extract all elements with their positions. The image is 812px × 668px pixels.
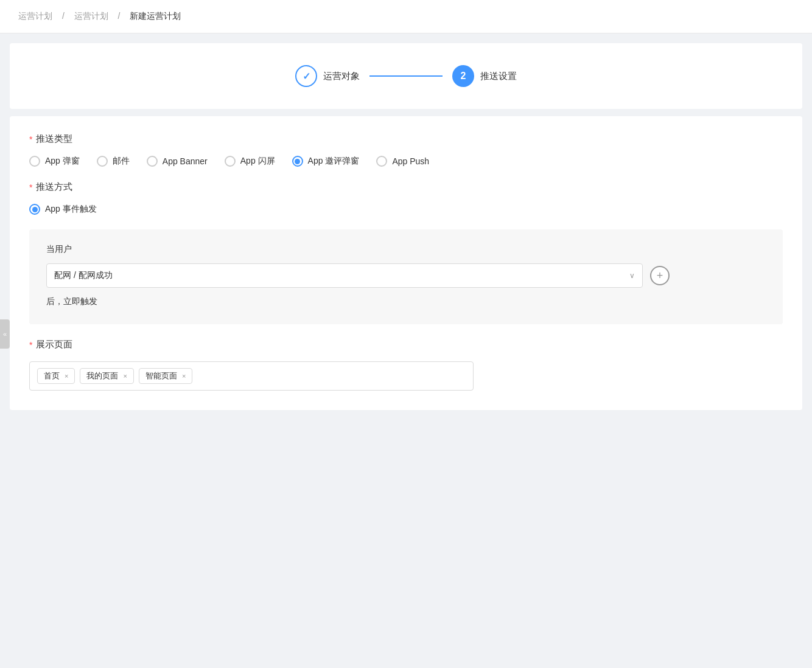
radio-item-app-banner[interactable]: App Banner [147,156,208,167]
tag-home: 首页 × [37,368,75,384]
stepper-line [369,75,443,77]
radio-circle-app-event [29,204,40,215]
push-type-radio-group: App 弹窗 邮件 App Banner App 闪屏 App 邀评弹窗 App… [29,156,783,167]
radio-circle-email [97,156,108,167]
trigger-select-value: 配网 / 配网成功 [54,270,113,281]
display-page-label: 展示页面 [36,339,72,350]
push-type-required-star: * [29,134,32,144]
radio-item-app-popup[interactable]: App 弹窗 [29,156,80,167]
radio-circle-app-flash [225,156,236,167]
breadcrumb: 运营计划 / 运营计划 / 新建运营计划 [0,0,812,33]
step-1-circle: ✓ [295,65,317,87]
push-method-label: 推送方式 [36,181,72,193]
step-2-circle: 2 [452,65,474,87]
radio-label-app-review: App 邀评弹窗 [308,156,360,167]
breadcrumb-item-2[interactable]: 运营计划 [74,11,108,21]
radio-label-email: 邮件 [113,156,130,167]
radio-item-app-review[interactable]: App 邀评弹窗 [292,156,360,167]
chevron-down-icon: ∨ [629,271,635,280]
push-method-radio-group: App 事件触发 [29,204,783,215]
trigger-user-label: 当用户 [46,244,766,255]
push-type-label: 推送类型 [36,133,72,145]
radio-label-app-push: App Push [392,156,429,166]
push-method-section: * 推送方式 App 事件触发 当用户 配网 / 配网成功 ∨ + 后，立即触发 [29,181,783,324]
tag-home-label: 首页 [44,371,60,381]
trigger-select-row: 配网 / 配网成功 ∨ + [46,263,766,288]
radio-item-app-push[interactable]: App Push [376,156,429,167]
radio-item-app-flash[interactable]: App 闪屏 [225,156,275,167]
push-method-required-star: * [29,183,32,192]
stepper: ✓ 运营对象 2 推送设置 [295,65,517,87]
collapse-icon: « [3,330,7,338]
radio-label-app-flash: App 闪屏 [240,156,275,167]
display-page-required-star: * [29,340,32,350]
display-page-section-label: * 展示页面 [29,339,783,350]
tag-smart-page: 智能页面 × [139,368,192,384]
radio-item-email[interactable]: 邮件 [97,156,130,167]
stepper-card: ✓ 运营对象 2 推送设置 [10,43,802,109]
step-2: 2 推送设置 [452,65,517,87]
breadcrumb-item-1[interactable]: 运营计划 [18,11,52,21]
radio-label-app-banner: App Banner [163,156,208,166]
radio-circle-app-push [376,156,387,167]
tag-my-page-close[interactable]: × [123,372,127,380]
tag-smart-page-label: 智能页面 [145,371,177,381]
sidebar-collapse-button[interactable]: « [0,319,10,349]
display-page-section: * 展示页面 首页 × 我的页面 × 智能页面 × [29,339,783,391]
breadcrumb-separator-2: / [118,11,123,21]
display-page-tags[interactable]: 首页 × 我的页面 × 智能页面 × [29,361,474,391]
tag-smart-page-close[interactable]: × [182,372,186,380]
radio-circle-app-review [292,156,303,167]
breadcrumb-item-3: 新建运营计划 [130,11,181,21]
radio-item-app-event[interactable]: App 事件触发 [29,204,97,215]
radio-label-app-event: App 事件触发 [45,204,97,215]
step-1-label: 运营对象 [323,71,360,82]
trigger-box: 当用户 配网 / 配网成功 ∨ + 后，立即触发 [29,229,783,324]
radio-label-app-popup: App 弹窗 [45,156,80,167]
content-card: * 推送类型 App 弹窗 邮件 App Banner App 闪屏 App 邀… [10,116,802,410]
step-1: ✓ 运营对象 [295,65,360,87]
radio-circle-app-banner [147,156,158,167]
tag-home-close[interactable]: × [65,372,68,380]
step-2-label: 推送设置 [480,71,517,82]
push-type-section-label: * 推送类型 [29,133,783,145]
breadcrumb-separator-1: / [62,11,67,21]
radio-circle-app-popup [29,156,40,167]
tag-my-page-label: 我的页面 [86,371,118,381]
trigger-select[interactable]: 配网 / 配网成功 ∨ [46,263,643,288]
push-method-section-label: * 推送方式 [29,181,783,193]
trigger-suffix-label: 后，立即触发 [46,296,766,307]
tag-my-page: 我的页面 × [80,368,133,384]
trigger-add-button[interactable]: + [650,266,670,285]
